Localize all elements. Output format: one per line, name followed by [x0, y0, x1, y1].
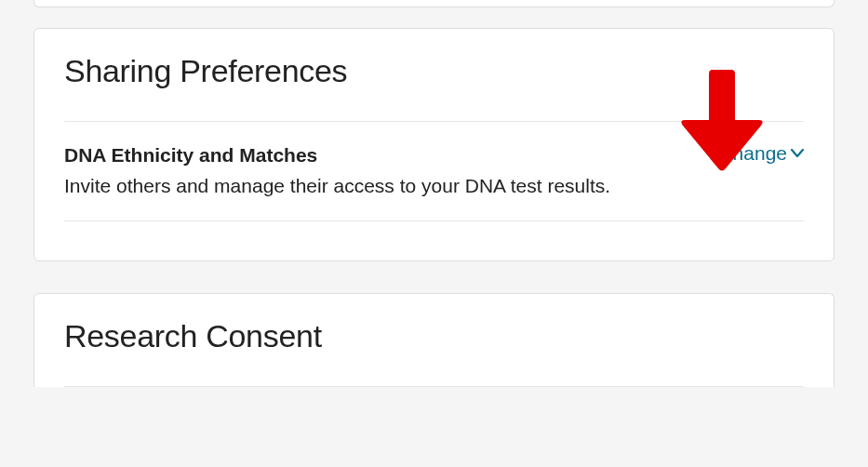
research-consent-title: Research Consent [64, 318, 804, 386]
setting-title: DNA Ethnicity and Matches [64, 142, 700, 167]
change-button[interactable]: Change [718, 142, 804, 165]
chevron-down-icon [791, 149, 804, 158]
sharing-preferences-card: Sharing Preferences DNA Ethnicity and Ma… [33, 28, 835, 261]
research-consent-card: Research Consent [33, 293, 835, 387]
setting-text: DNA Ethnicity and Matches Invite others … [64, 142, 718, 200]
divider [64, 386, 804, 387]
change-label: Change [718, 142, 787, 165]
previous-card-bottom-edge [33, 0, 835, 7]
setting-description: Invite others and manage their access to… [64, 173, 700, 199]
dna-ethnicity-matches-row: DNA Ethnicity and Matches Invite others … [64, 122, 804, 220]
divider [64, 220, 804, 221]
sharing-preferences-title: Sharing Preferences [64, 53, 804, 121]
